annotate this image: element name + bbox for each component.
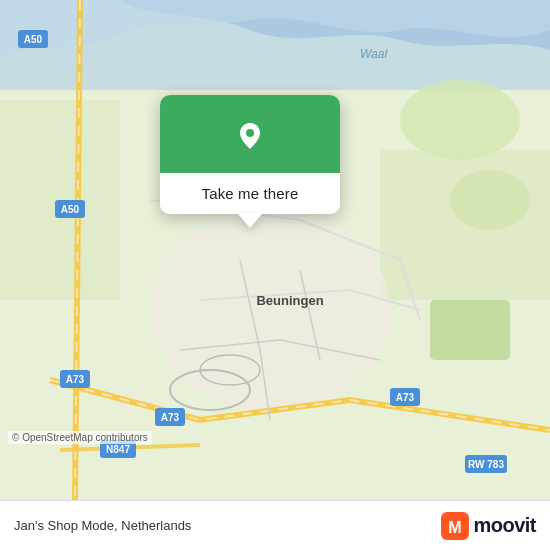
svg-text:Waal: Waal (360, 47, 387, 61)
map-container: A50 A50 A73 A73 A73 N847 RW 783 Waal Beu… (0, 0, 550, 500)
svg-point-2 (400, 80, 520, 160)
map-background: A50 A50 A73 A73 A73 N847 RW 783 Waal Beu… (0, 0, 550, 500)
svg-text:A50: A50 (24, 34, 43, 45)
popup-header (160, 95, 340, 173)
svg-text:A50: A50 (61, 204, 80, 215)
copyright-text: © OpenStreetMap contributors (8, 431, 152, 444)
svg-point-27 (246, 129, 254, 137)
svg-text:A73: A73 (66, 374, 85, 385)
footer-bar: Jan's Shop Mode, Netherlands M moovit (0, 500, 550, 550)
svg-rect-4 (430, 300, 510, 360)
moovit-wordmark: moovit (473, 514, 536, 537)
svg-text:RW 783: RW 783 (468, 459, 504, 470)
popup-tail (238, 214, 262, 228)
svg-text:A73: A73 (161, 412, 180, 423)
svg-text:Beuningen: Beuningen (256, 293, 323, 308)
svg-text:A73: A73 (396, 392, 415, 403)
popup-card: Take me there (160, 95, 340, 214)
take-me-there-button[interactable]: Take me there (160, 173, 340, 214)
svg-point-7 (150, 210, 390, 410)
moovit-icon: M (441, 512, 469, 540)
location-pin-icon (228, 113, 272, 157)
svg-text:M: M (449, 519, 462, 536)
svg-text:N847: N847 (106, 444, 130, 455)
moovit-logo: M moovit (441, 512, 536, 540)
footer-location-text: Jan's Shop Mode, Netherlands (14, 518, 191, 533)
